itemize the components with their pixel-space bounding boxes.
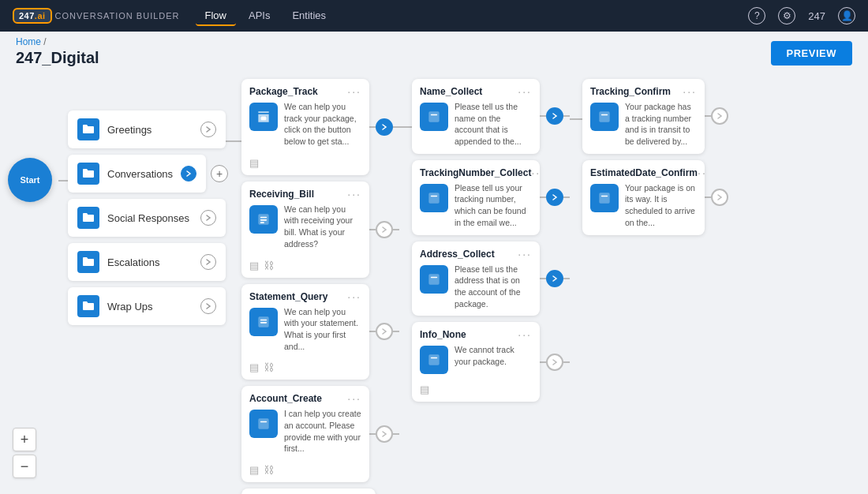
nav-link-flow[interactable]: Flow <box>196 6 236 26</box>
nav-link-apis[interactable]: APIs <box>239 6 279 26</box>
logo-badge: 247.ai <box>13 8 52 24</box>
topnav: 247.ai CONVERSATION BUILDER Flow APIs En… <box>0 0 868 32</box>
canvas: + − Start Greetings <box>0 71 868 73</box>
preview-button[interactable]: PREVIEW <box>771 41 852 65</box>
help-icon[interactable]: ? <box>748 7 765 24</box>
user-icon[interactable]: 👤 <box>838 7 855 24</box>
nav-links: Flow APIs Entities <box>196 6 749 26</box>
nav-link-entities[interactable]: Entities <box>282 6 335 26</box>
nav-section-label: CONVERSATION BUILDER <box>55 11 180 21</box>
logo-text: 247 <box>19 11 35 21</box>
settings-icon[interactable]: ⚙ <box>778 7 795 24</box>
nav-right: ? ⚙ 247 👤 <box>748 7 855 24</box>
page-title: 247_Digital <box>16 49 852 67</box>
breadcrumb-home[interactable]: Home <box>16 36 41 47</box>
breadcrumb: Home / <box>16 36 852 47</box>
user-id: 247 <box>808 10 825 22</box>
